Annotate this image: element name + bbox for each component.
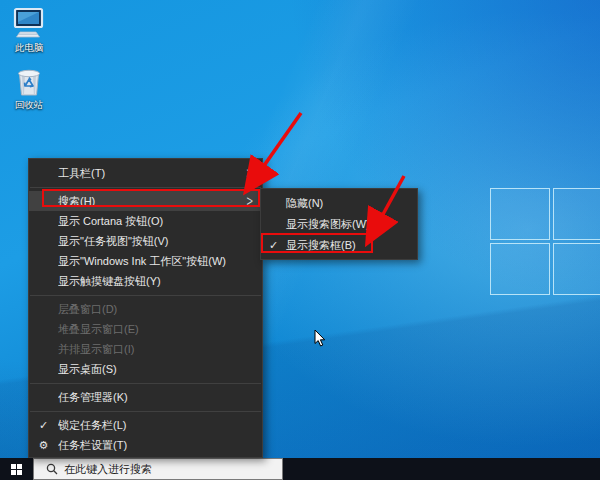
start-button[interactable] <box>0 458 33 480</box>
windows-desktop-screen: 此电脑 回收站 工具栏(T) > 搜索(H) > 显示 Cortana 按钮(O… <box>0 0 600 480</box>
logo-pane-top-right <box>553 188 600 240</box>
logo-pane-bottom-right <box>553 243 600 295</box>
menu-separator <box>30 187 261 188</box>
menu-item-cascade-windows: 层叠窗口(D) <box>29 299 262 319</box>
desktop-icon-label: 此电脑 <box>5 42 53 53</box>
menu-separator <box>30 295 261 296</box>
menu-item-search[interactable]: 搜索(H) > <box>29 191 262 211</box>
submenu-item-show-search-box[interactable]: ✓ 显示搜索框(B) <box>261 235 417 256</box>
submenu-item-show-search-icon[interactable]: 显示搜索图标(W) <box>261 214 417 235</box>
taskbar-context-menu: 工具栏(T) > 搜索(H) > 显示 Cortana 按钮(O) 显示"任务视… <box>28 158 263 458</box>
taskbar-search-box[interactable] <box>33 458 283 480</box>
windows-start-icon <box>11 464 22 475</box>
menu-item-show-windows-stacked: 堆叠显示窗口(E) <box>29 319 262 339</box>
menu-item-taskbar-settings[interactable]: ⚙ 任务栏设置(T) <box>29 435 262 455</box>
menu-item-show-task-view-button[interactable]: 显示"任务视图"按钮(V) <box>29 231 262 251</box>
logo-pane-top-left <box>490 188 550 240</box>
this-pc-icon <box>11 7 47 41</box>
submenu-chevron-icon: > <box>247 161 262 186</box>
search-submenu: 隐藏(N) 显示搜索图标(W) ✓ 显示搜索框(B) <box>260 188 418 260</box>
menu-item-show-cortana-button[interactable]: 显示 Cortana 按钮(O) <box>29 211 262 231</box>
search-icon <box>46 463 58 475</box>
menu-separator <box>30 411 261 412</box>
gear-icon: ⚙ <box>29 435 58 455</box>
desktop-icon-this-pc[interactable]: 此电脑 <box>5 7 53 53</box>
menu-item-show-windows-side-by-side: 并排显示窗口(I) <box>29 339 262 359</box>
logo-pane-bottom-left <box>490 243 550 295</box>
taskbar <box>0 458 600 480</box>
desktop-icon-label: 回收站 <box>5 99 53 110</box>
desktop-icon-recycle-bin[interactable]: 回收站 <box>5 64 53 110</box>
menu-item-show-desktop[interactable]: 显示桌面(S) <box>29 359 262 379</box>
menu-item-lock-the-taskbar[interactable]: ✓ 锁定任务栏(L) <box>29 415 262 435</box>
checkmark-icon: ✓ <box>261 235 286 256</box>
menu-item-toolbars[interactable]: 工具栏(T) > <box>29 163 262 183</box>
checkmark-icon: ✓ <box>29 415 58 435</box>
wallpaper-windows-logo <box>490 188 600 294</box>
menu-item-task-manager[interactable]: 任务管理器(K) <box>29 387 262 407</box>
recycle-bin-icon <box>12 64 46 98</box>
menu-item-show-windows-ink-workspace-button[interactable]: 显示"Windows Ink 工作区"按钮(W) <box>29 251 262 271</box>
menu-separator <box>30 383 261 384</box>
search-input[interactable] <box>64 463 282 475</box>
submenu-item-hidden[interactable]: 隐藏(N) <box>261 193 417 214</box>
menu-item-show-touch-keyboard-button[interactable]: 显示触摸键盘按钮(Y) <box>29 271 262 291</box>
